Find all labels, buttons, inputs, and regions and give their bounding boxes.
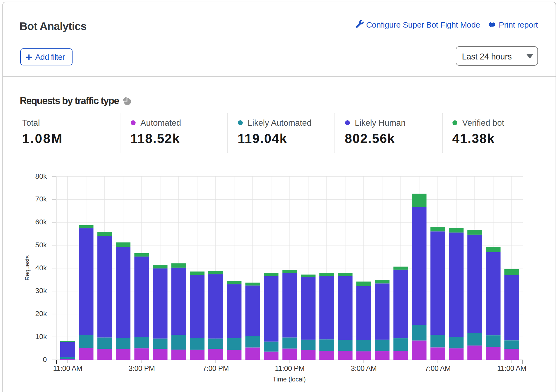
svg-text:0: 0 — [43, 356, 47, 364]
svg-text:7:00 PM: 7:00 PM — [202, 364, 229, 373]
svg-text:30k: 30k — [35, 287, 47, 295]
svg-text:3:00 PM: 3:00 PM — [129, 364, 155, 373]
svg-text:70k: 70k — [35, 195, 47, 203]
svg-text:Requests: Requests — [24, 255, 31, 281]
svg-text:3:00 AM: 3:00 AM — [351, 364, 377, 373]
svg-text:80k: 80k — [35, 172, 47, 180]
svg-text:60k: 60k — [35, 218, 47, 226]
svg-text:10k: 10k — [35, 333, 47, 341]
svg-text:11:00 AM: 11:00 AM — [497, 364, 526, 373]
svg-text:11:00 AM: 11:00 AM — [53, 364, 82, 373]
svg-text:Time (local): Time (local) — [273, 376, 306, 383]
svg-text:50k: 50k — [35, 241, 47, 249]
svg-text:20k: 20k — [35, 310, 47, 318]
svg-text:40k: 40k — [35, 264, 47, 272]
svg-text:11:00 PM: 11:00 PM — [275, 364, 305, 373]
svg-text:7:00 AM: 7:00 AM — [425, 364, 451, 373]
